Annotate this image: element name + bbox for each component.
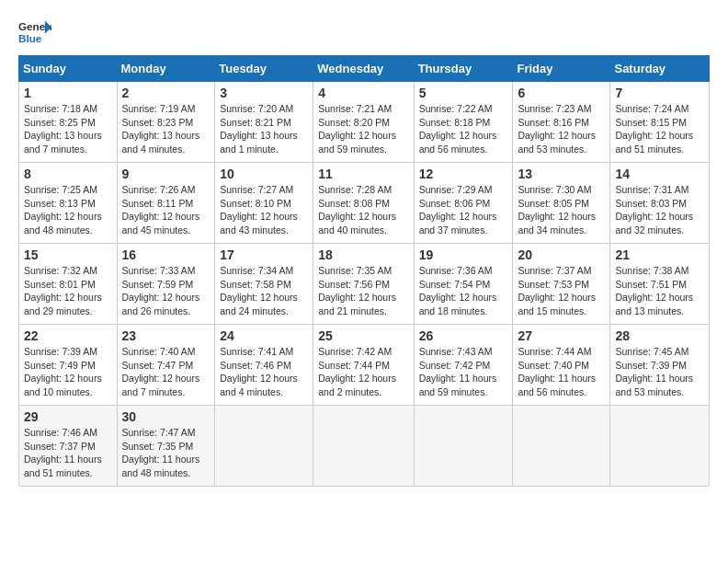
calendar-cell: 1 Sunrise: 7:18 AMSunset: 8:25 PMDayligh…	[19, 82, 118, 163]
day-info: Sunrise: 7:25 AMSunset: 8:13 PMDaylight:…	[24, 184, 102, 236]
day-number: 17	[220, 247, 308, 262]
calendar-cell: 29 Sunrise: 7:46 AMSunset: 7:37 PMDaylig…	[19, 406, 118, 487]
day-info: Sunrise: 7:43 AMSunset: 7:42 PMDaylight:…	[419, 346, 497, 397]
day-number: 6	[518, 86, 605, 100]
calendar-cell: 23 Sunrise: 7:40 AMSunset: 7:47 PMDaylig…	[117, 325, 215, 406]
day-number: 25	[318, 328, 408, 343]
day-info: Sunrise: 7:18 AMSunset: 8:25 PMDaylight:…	[24, 103, 102, 155]
day-number: 20	[518, 247, 605, 262]
day-info: Sunrise: 7:31 AMSunset: 8:03 PMDaylight:…	[615, 184, 693, 236]
calendar-cell: 5 Sunrise: 7:22 AMSunset: 8:18 PMDayligh…	[414, 82, 513, 163]
day-number: 26	[419, 328, 508, 343]
day-info: Sunrise: 7:27 AMSunset: 8:10 PMDaylight:…	[220, 184, 298, 236]
calendar-cell: 18 Sunrise: 7:35 AMSunset: 7:56 PMDaylig…	[313, 244, 414, 325]
day-number: 9	[122, 167, 210, 181]
day-number: 29	[24, 409, 112, 424]
calendar-cell: 12 Sunrise: 7:29 AMSunset: 8:06 PMDaylig…	[414, 163, 513, 244]
week-row-5: 29 Sunrise: 7:46 AMSunset: 7:37 PMDaylig…	[19, 406, 710, 487]
day-info: Sunrise: 7:32 AMSunset: 8:01 PMDaylight:…	[24, 265, 102, 316]
calendar-cell: 13 Sunrise: 7:30 AMSunset: 8:05 PMDaylig…	[513, 163, 610, 244]
week-row-2: 8 Sunrise: 7:25 AMSunset: 8:13 PMDayligh…	[19, 163, 710, 244]
week-row-1: 1 Sunrise: 7:18 AMSunset: 8:25 PMDayligh…	[19, 82, 710, 163]
calendar-cell: 7 Sunrise: 7:24 AMSunset: 8:15 PMDayligh…	[610, 82, 710, 163]
day-info: Sunrise: 7:37 AMSunset: 7:53 PMDaylight:…	[518, 265, 596, 316]
day-number: 1	[24, 86, 112, 100]
day-number: 21	[615, 247, 704, 262]
calendar-cell	[414, 406, 513, 487]
day-info: Sunrise: 7:47 AMSunset: 7:35 PMDaylight:…	[122, 427, 200, 478]
week-row-3: 15 Sunrise: 7:32 AMSunset: 8:01 PMDaylig…	[19, 244, 710, 325]
day-number: 27	[518, 328, 605, 343]
header-thursday: Thursday	[414, 56, 513, 82]
calendar-cell	[610, 406, 710, 487]
calendar-cell: 26 Sunrise: 7:43 AMSunset: 7:42 PMDaylig…	[414, 325, 513, 406]
day-info: Sunrise: 7:46 AMSunset: 7:37 PMDaylight:…	[24, 427, 102, 478]
calendar-cell	[513, 406, 610, 487]
day-number: 23	[122, 328, 210, 343]
day-info: Sunrise: 7:35 AMSunset: 7:56 PMDaylight:…	[318, 265, 396, 316]
day-info: Sunrise: 7:21 AMSunset: 8:20 PMDaylight:…	[318, 103, 396, 155]
day-number: 22	[24, 328, 112, 343]
calendar-cell: 9 Sunrise: 7:26 AMSunset: 8:11 PMDayligh…	[117, 163, 215, 244]
day-number: 2	[122, 86, 210, 100]
day-number: 13	[518, 167, 605, 181]
day-info: Sunrise: 7:45 AMSunset: 7:39 PMDaylight:…	[615, 346, 693, 397]
day-info: Sunrise: 7:40 AMSunset: 7:47 PMDaylight:…	[122, 346, 200, 397]
calendar-cell: 25 Sunrise: 7:42 AMSunset: 7:44 PMDaylig…	[313, 325, 414, 406]
day-info: Sunrise: 7:42 AMSunset: 7:44 PMDaylight:…	[318, 346, 396, 397]
day-info: Sunrise: 7:44 AMSunset: 7:40 PMDaylight:…	[518, 346, 596, 397]
header-monday: Monday	[117, 56, 215, 82]
svg-text:Blue: Blue	[18, 32, 42, 44]
day-number: 12	[419, 167, 508, 181]
calendar-cell	[313, 406, 414, 487]
day-number: 3	[220, 86, 308, 100]
calendar-cell: 16 Sunrise: 7:33 AMSunset: 7:59 PMDaylig…	[117, 244, 215, 325]
logo: General Blue	[18, 18, 51, 46]
header-tuesday: Tuesday	[215, 56, 313, 82]
day-number: 4	[318, 86, 408, 100]
calendar-cell: 14 Sunrise: 7:31 AMSunset: 8:03 PMDaylig…	[610, 163, 710, 244]
day-info: Sunrise: 7:28 AMSunset: 8:08 PMDaylight:…	[318, 184, 396, 236]
day-info: Sunrise: 7:23 AMSunset: 8:16 PMDaylight:…	[518, 103, 596, 155]
calendar-cell: 28 Sunrise: 7:45 AMSunset: 7:39 PMDaylig…	[610, 325, 710, 406]
header-wednesday: Wednesday	[313, 56, 414, 82]
day-info: Sunrise: 7:24 AMSunset: 8:15 PMDaylight:…	[615, 103, 693, 155]
day-number: 15	[24, 247, 112, 262]
calendar-cell: 10 Sunrise: 7:27 AMSunset: 8:10 PMDaylig…	[215, 163, 313, 244]
header-friday: Friday	[513, 56, 610, 82]
day-number: 16	[122, 247, 210, 262]
day-info: Sunrise: 7:41 AMSunset: 7:46 PMDaylight:…	[220, 346, 298, 397]
header-sunday: Sunday	[19, 56, 118, 82]
calendar-cell: 27 Sunrise: 7:44 AMSunset: 7:40 PMDaylig…	[513, 325, 610, 406]
calendar-cell: 21 Sunrise: 7:38 AMSunset: 7:51 PMDaylig…	[610, 244, 710, 325]
day-number: 7	[615, 86, 704, 100]
calendar-cell: 30 Sunrise: 7:47 AMSunset: 7:35 PMDaylig…	[117, 406, 215, 487]
logo-icon: General Blue	[18, 18, 51, 46]
calendar-header-row: SundayMondayTuesdayWednesdayThursdayFrid…	[19, 56, 710, 82]
calendar-cell: 19 Sunrise: 7:36 AMSunset: 7:54 PMDaylig…	[414, 244, 513, 325]
day-number: 14	[615, 167, 704, 181]
day-info: Sunrise: 7:26 AMSunset: 8:11 PMDaylight:…	[122, 184, 200, 236]
day-info: Sunrise: 7:38 AMSunset: 7:51 PMDaylight:…	[615, 265, 693, 316]
day-number: 30	[122, 409, 210, 424]
day-info: Sunrise: 7:33 AMSunset: 7:59 PMDaylight:…	[122, 265, 200, 316]
day-number: 11	[318, 167, 408, 181]
day-number: 28	[615, 328, 704, 343]
calendar-cell: 15 Sunrise: 7:32 AMSunset: 8:01 PMDaylig…	[19, 244, 118, 325]
day-number: 19	[419, 247, 508, 262]
calendar-cell: 2 Sunrise: 7:19 AMSunset: 8:23 PMDayligh…	[117, 82, 215, 163]
calendar-cell: 24 Sunrise: 7:41 AMSunset: 7:46 PMDaylig…	[215, 325, 313, 406]
page-header: General Blue	[18, 18, 710, 46]
calendar-cell: 6 Sunrise: 7:23 AMSunset: 8:16 PMDayligh…	[513, 82, 610, 163]
calendar-cell: 8 Sunrise: 7:25 AMSunset: 8:13 PMDayligh…	[19, 163, 118, 244]
day-info: Sunrise: 7:39 AMSunset: 7:49 PMDaylight:…	[24, 346, 102, 397]
day-number: 10	[220, 167, 308, 181]
day-info: Sunrise: 7:19 AMSunset: 8:23 PMDaylight:…	[122, 103, 200, 155]
calendar-cell: 3 Sunrise: 7:20 AMSunset: 8:21 PMDayligh…	[215, 82, 313, 163]
day-info: Sunrise: 7:29 AMSunset: 8:06 PMDaylight:…	[419, 184, 497, 236]
day-number: 18	[318, 247, 408, 262]
day-info: Sunrise: 7:34 AMSunset: 7:58 PMDaylight:…	[220, 265, 298, 316]
calendar-cell: 4 Sunrise: 7:21 AMSunset: 8:20 PMDayligh…	[313, 82, 414, 163]
day-number: 5	[419, 86, 508, 100]
day-info: Sunrise: 7:36 AMSunset: 7:54 PMDaylight:…	[419, 265, 497, 316]
